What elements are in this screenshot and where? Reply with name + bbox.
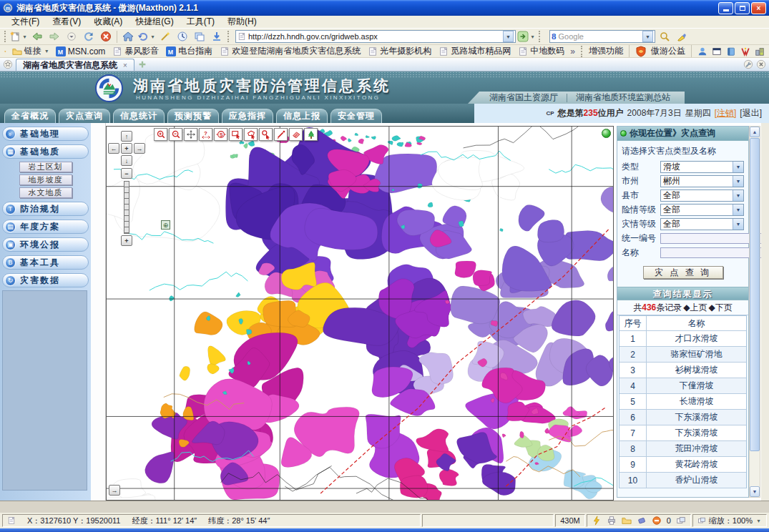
toolbar-grip[interactable] xyxy=(227,31,230,42)
nav-tab[interactable]: 全省概况 xyxy=(4,109,56,123)
result-name[interactable]: 衫树垅滑坡 xyxy=(647,363,746,378)
ad-filter-icon[interactable] xyxy=(637,516,647,526)
sidebar-subitem[interactable]: 岩土区划 xyxy=(19,162,72,172)
stop-button[interactable] xyxy=(98,29,114,44)
result-name[interactable]: 下僮滑坡 xyxy=(647,378,746,393)
sidebar-subitem[interactable]: 地形坡度 xyxy=(19,174,72,185)
org-link-land-resources[interactable]: 湖南省国土资源厅 xyxy=(489,92,558,104)
links-bar-item[interactable]: 中地数码 xyxy=(518,45,564,57)
zoom-dropdown[interactable]: ▾ xyxy=(755,518,762,524)
result-row[interactable]: 4下僮滑坡 xyxy=(619,378,746,394)
county-select[interactable]: 全部▼ xyxy=(660,189,744,202)
download-folder-icon[interactable] xyxy=(622,516,632,526)
links-bar-item[interactable]: 欢迎登陆湖南省地质灾害信息系统 xyxy=(220,45,361,57)
type-select[interactable]: 滑坡▼ xyxy=(660,161,744,173)
disaster-level-select[interactable]: 全部▼ xyxy=(660,218,744,230)
map-tool-select-polygon[interactable] xyxy=(244,128,258,141)
restore-button[interactable] xyxy=(735,2,750,14)
favorites-heart-icon[interactable] xyxy=(4,46,6,56)
map-tool-select-rect[interactable] xyxy=(229,128,243,141)
address-dropdown[interactable]: ▼ xyxy=(503,31,514,42)
active-tab[interactable]: 湖南省地质灾害信息系统 × xyxy=(16,59,134,71)
search-engine-icon[interactable]: 8 xyxy=(552,31,557,42)
pan-left-button[interactable]: ← xyxy=(108,143,119,154)
prev-page-link[interactable]: ◆上页 xyxy=(683,302,707,314)
result-name[interactable]: 长塘滑坡 xyxy=(647,394,746,409)
sidebar-item[interactable]: »基础地理 xyxy=(2,127,89,141)
sidebar-item[interactable]: ▤年度方案 xyxy=(2,220,89,234)
close-button[interactable]: × xyxy=(751,2,766,14)
result-name[interactable]: 荒田冲滑坡 xyxy=(647,441,746,456)
result-row[interactable]: 3衫树垅滑坡 xyxy=(619,363,746,378)
toolbar-grip[interactable] xyxy=(4,31,6,42)
menu-item[interactable]: 工具(T) xyxy=(181,16,220,28)
result-name[interactable]: 黄花岭滑坡 xyxy=(647,457,746,472)
address-bar[interactable]: http://dzzh.hndh.gov.cn/gridweb.aspx ▼ xyxy=(235,30,516,43)
map-tool-draw-point[interactable] xyxy=(274,128,288,141)
menu-item[interactable]: 快捷组(G) xyxy=(129,16,179,28)
result-name[interactable]: 香炉山滑坡 xyxy=(647,473,746,488)
minimize-button[interactable] xyxy=(718,2,733,14)
pan-right-corner-button[interactable]: → xyxy=(109,485,120,496)
links-bar-item[interactable]: 觅路城市精品网 xyxy=(439,45,511,57)
result-row[interactable]: 1才口水滑坡 xyxy=(619,331,746,347)
links-bar-item[interactable]: M电台指南 xyxy=(166,45,212,57)
result-row[interactable]: 6下东溪滑坡 xyxy=(619,410,746,425)
map-tool-identify[interactable] xyxy=(259,128,273,141)
forward-button[interactable] xyxy=(46,29,62,44)
pan-right-button[interactable]: → xyxy=(134,143,145,154)
menu-item[interactable]: 帮助(H) xyxy=(222,16,263,28)
new-tab-dropdown[interactable]: ▾ xyxy=(21,34,28,40)
magic-fill-button[interactable] xyxy=(157,29,173,44)
history-dropdown-button[interactable] xyxy=(64,29,79,44)
scroll-up-arrow[interactable]: ▲ xyxy=(750,127,760,137)
tab-close-icon[interactable]: × xyxy=(123,61,127,69)
pan-up-button[interactable]: ↑ xyxy=(121,131,132,142)
result-row[interactable]: 7下东溪滑坡 xyxy=(619,425,746,441)
chevron-down-icon[interactable]: ▼ xyxy=(733,205,743,215)
scroll-thumb[interactable] xyxy=(750,138,760,451)
sidebar-item[interactable]: B基本工具 xyxy=(2,255,89,270)
query-button[interactable]: 灾 点 查 询 xyxy=(643,266,723,279)
search-box[interactable]: 8 Google ▼ xyxy=(549,30,655,43)
map-tool-measure[interactable]: ? xyxy=(199,128,212,141)
map-tool-eraser[interactable] xyxy=(289,128,303,141)
security-shield-icon[interactable] xyxy=(635,46,647,57)
boost-icon[interactable] xyxy=(592,516,602,526)
resize-windows-icon[interactable] xyxy=(676,516,686,526)
next-page-link[interactable]: ◆下页 xyxy=(709,302,733,314)
map-viewport[interactable]: ↑ ← + → ↓ − + ?S ⊕ → xyxy=(106,126,614,501)
result-name[interactable]: 才口水滑坡 xyxy=(647,331,746,346)
panel-scrollbar[interactable]: ▲ ▼ xyxy=(749,126,760,498)
zoom-out-step-button[interactable]: − xyxy=(121,168,132,179)
address-url[interactable]: http://dzzh.hndh.gov.cn/gridweb.aspx xyxy=(248,32,501,41)
map-tool-legend-tree[interactable] xyxy=(304,128,318,141)
chevron-down-icon[interactable]: ▼ xyxy=(733,162,743,172)
links-bar-item[interactable]: MMSN.com xyxy=(56,45,106,57)
search-placeholder[interactable]: Google xyxy=(559,32,641,41)
sidebar-item[interactable]: ▦基础地质 xyxy=(2,144,89,159)
map-tool-scale[interactable]: S xyxy=(214,128,227,141)
result-name[interactable]: 骆家恒矿滑地 xyxy=(647,347,746,362)
result-name[interactable]: 下东溪滑坡 xyxy=(647,425,746,440)
new-tab-button[interactable]: ▾ xyxy=(9,29,28,44)
map-tool-zoom-in[interactable] xyxy=(154,128,167,141)
notes-icon[interactable] xyxy=(726,46,736,56)
sidebar-item[interactable]: ↻灾害数据 xyxy=(2,273,89,287)
undo-dropdown[interactable]: ▾ xyxy=(150,34,156,40)
enhance-menu[interactable]: 增强功能 xyxy=(589,45,623,57)
menu-item[interactable]: 文件(F) xyxy=(6,16,45,28)
sidebar-item[interactable]: T防治规划 xyxy=(2,202,89,216)
nav-tab[interactable]: 信息统计 xyxy=(113,109,165,123)
toolbar-grip[interactable] xyxy=(581,46,583,57)
nav-tab[interactable]: 灾点查询 xyxy=(59,109,110,123)
links-overflow-button[interactable]: » xyxy=(570,46,575,56)
search-dropdown[interactable]: ▼ xyxy=(642,31,653,42)
zoom-slider[interactable] xyxy=(124,181,129,234)
pan-down-button[interactable]: ↓ xyxy=(121,155,132,166)
search-go-button[interactable] xyxy=(657,29,672,44)
home-button[interactable] xyxy=(120,29,136,44)
charity-link[interactable]: 傲游公益 xyxy=(651,45,685,57)
chevron-down-icon[interactable]: ▼ xyxy=(733,190,743,201)
nav-tab[interactable]: 应急指挥 xyxy=(222,109,273,123)
